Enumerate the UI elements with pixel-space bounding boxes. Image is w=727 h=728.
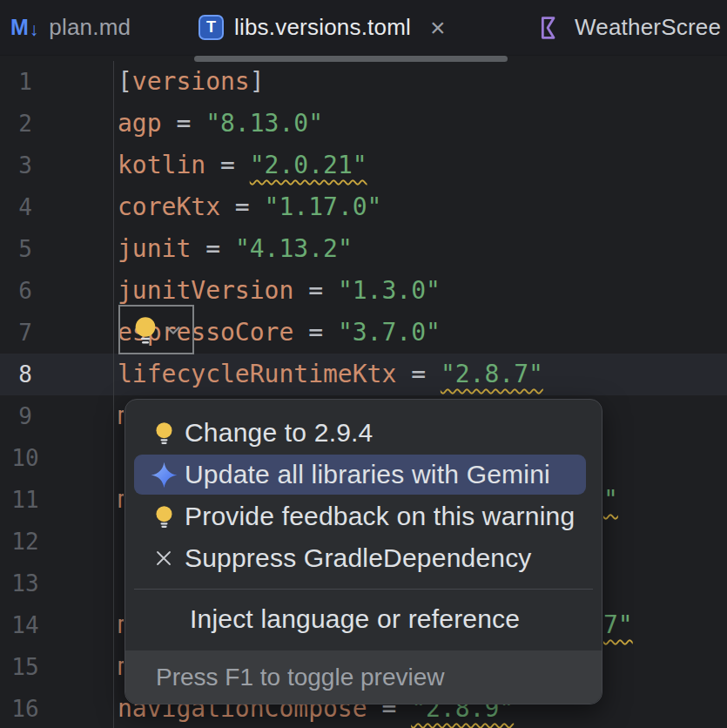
markdown-icon: M↓ xyxy=(10,15,38,40)
occluded-code-sliver: m xyxy=(118,395,124,437)
line-number[interactable]: 8 xyxy=(0,354,50,395)
line-number[interactable]: 4 xyxy=(0,186,50,228)
occluded-code-sliver: m xyxy=(118,646,124,688)
line-number[interactable]: 12 xyxy=(0,521,50,563)
tab-weatherscree[interactable]: WeatherScree xyxy=(536,0,721,55)
line-number[interactable]: 11 xyxy=(0,479,50,521)
editor-line-7[interactable]: 7espressoCore = "3.7.0" xyxy=(0,312,727,354)
line-number[interactable]: 9 xyxy=(0,395,50,437)
toml-icon: T xyxy=(199,15,224,40)
line-number[interactable]: 5 xyxy=(0,228,50,270)
chevron-down-icon xyxy=(164,320,183,340)
tab-plan-md[interactable]: M↓plan.md xyxy=(10,0,131,55)
ide-window: M↓plan.mdTlibs.versions.toml×WeatherScre… xyxy=(0,0,727,728)
lightbulb-icon xyxy=(131,314,160,346)
line-number[interactable]: 14 xyxy=(0,604,50,646)
editor-tab-bar: M↓plan.mdTlibs.versions.toml×WeatherScre… xyxy=(0,0,727,56)
popup-footer-hint: Press F1 to toggle preview xyxy=(125,650,602,704)
gutter-separator xyxy=(113,61,114,728)
popup-item-update-all-libraries-with-gemini[interactable]: Update all libraries with Gemini xyxy=(125,454,602,495)
popup-item-label: Inject language or reference xyxy=(190,604,520,634)
code-text: lifecycleRuntimeKtx = "2.8.7" xyxy=(118,354,543,395)
occluded-code-sliver: m xyxy=(118,604,124,646)
tab-label: libs.versions.toml xyxy=(234,14,411,41)
line-number[interactable]: 6 xyxy=(0,270,50,312)
code-text: coreKtx = "1.17.0" xyxy=(118,186,381,228)
code-fragment: " xyxy=(603,479,618,521)
popup-item-label: Update all libraries with Gemini xyxy=(185,460,550,489)
popup-divider xyxy=(134,589,593,590)
line-number[interactable]: 3 xyxy=(0,145,50,186)
popup-item-label: Suppress GradleDependency xyxy=(185,543,532,573)
intention-bulb-button[interactable] xyxy=(118,305,194,354)
editor-line-5[interactable]: 5junit = "4.13.2" xyxy=(0,228,727,270)
popup-item-inject-language-or-reference[interactable]: Inject language or reference xyxy=(125,598,602,640)
line-number[interactable]: 10 xyxy=(0,437,50,479)
popup-item-provide-feedback-on-this-warning[interactable]: Provide feedback on this warning xyxy=(125,495,602,537)
code-text: junit = "4.13.2" xyxy=(118,228,353,270)
gemini-icon xyxy=(150,461,178,489)
popup-item-suppress-gradledependency[interactable]: Suppress GradleDependency xyxy=(125,537,602,579)
line-number[interactable]: 13 xyxy=(0,563,50,604)
tab-label: WeatherScree xyxy=(575,14,721,41)
editor-line-8[interactable]: 8lifecycleRuntimeKtx = "2.8.7" xyxy=(0,354,727,395)
code-fragment: 7" xyxy=(603,604,633,646)
editor-line-1[interactable]: 1[versions] xyxy=(0,61,727,103)
intention-actions-popup: Change to 2.9.4Update all libraries with… xyxy=(125,399,602,704)
close-icon xyxy=(153,548,174,569)
editor-line-2[interactable]: 2agp = "8.13.0" xyxy=(0,103,727,145)
tab-close-icon[interactable]: × xyxy=(430,15,446,41)
editor-line-3[interactable]: 3kotlin = "2.0.21" xyxy=(0,145,727,186)
popup-item-label: Provide feedback on this warning xyxy=(185,502,575,531)
popup-item-label: Change to 2.9.4 xyxy=(185,418,374,448)
kotlin-icon xyxy=(536,14,564,42)
line-number[interactable]: 1 xyxy=(0,61,50,103)
code-text: [versions] xyxy=(118,61,265,103)
editor-line-6[interactable]: 6junitVersion = "1.3.0" xyxy=(0,270,727,312)
lightbulb-icon xyxy=(152,504,176,529)
line-number[interactable]: 15 xyxy=(0,646,50,688)
occluded-code-sliver: m xyxy=(118,479,124,521)
popup-item-change-to-2-9-4[interactable]: Change to 2.9.4 xyxy=(125,412,602,454)
lightbulb-icon xyxy=(152,421,176,446)
tab-libs-versions-toml[interactable]: Tlibs.versions.toml× xyxy=(199,0,446,55)
line-number[interactable]: 2 xyxy=(0,103,50,145)
tab-scrollbar-thumb[interactable] xyxy=(194,56,508,62)
editor-line-4[interactable]: 4coreKtx = "1.17.0" xyxy=(0,186,727,228)
tab-label: plan.md xyxy=(49,14,131,41)
code-text: agp = "8.13.0" xyxy=(118,103,323,145)
line-number[interactable]: 16 xyxy=(0,688,50,728)
line-number[interactable]: 7 xyxy=(0,312,50,354)
code-text: kotlin = "2.0.21" xyxy=(118,145,367,186)
